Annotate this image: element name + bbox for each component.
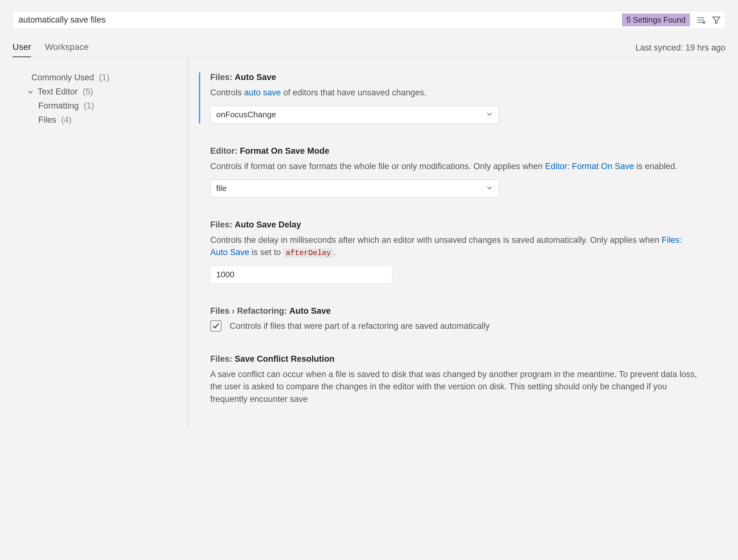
- desc-text: Controls if format on save formats the w…: [210, 161, 545, 171]
- tab-user[interactable]: User: [13, 42, 31, 57]
- setting-prefix: Editor:: [210, 146, 240, 156]
- setting-description: Controls the delay in milliseconds after…: [210, 234, 700, 259]
- select-value: file: [216, 183, 227, 193]
- settings-search-bar: 5 Settings Found: [13, 11, 725, 29]
- refactoring-auto-save-checkbox[interactable]: [210, 320, 222, 332]
- setting-save-conflict-resolution: Files: Save Conflict Resolution A save c…: [210, 354, 700, 405]
- setting-title: Files: Save Conflict Resolution: [210, 354, 700, 364]
- filter-icon[interactable]: [709, 13, 723, 27]
- setting-format-on-save-mode: Editor: Format On Save Mode Controls if …: [210, 146, 700, 197]
- format-on-save-mode-select[interactable]: file: [210, 179, 499, 197]
- desc-code: afterDelay: [283, 248, 334, 258]
- checkbox-label: Controls if files that were part of a re…: [230, 321, 489, 331]
- setting-name: Save Conflict Resolution: [235, 354, 335, 364]
- setting-prefix: Files:: [210, 72, 235, 82]
- setting-name: Format On Save Mode: [240, 146, 330, 156]
- setting-description: Controls if format on save formats the w…: [210, 160, 700, 172]
- sync-status[interactable]: Last synced: 19 hrs ago: [635, 43, 725, 57]
- desc-link[interactable]: Editor: Format On Save: [545, 161, 634, 171]
- setting-title: Files: Auto Save: [210, 72, 688, 82]
- setting-name: Auto Save: [289, 306, 331, 316]
- setting-refactoring-auto-save: Files › Refactoring: Auto Save Controls …: [210, 306, 700, 332]
- desc-text: A save conflict can occur when a file is…: [210, 370, 697, 404]
- setting-auto-save-delay: Files: Auto Save Delay Controls the dela…: [210, 220, 700, 284]
- setting-description: A save conflict can occur when a file is…: [210, 368, 700, 405]
- chevron-down-icon: [486, 110, 493, 119]
- sidebar-item-label: Text Editor: [38, 87, 78, 97]
- sidebar-item-commonly-used[interactable]: Commonly Used (1): [25, 71, 181, 85]
- settings-found-badge: 5 Settings Found: [622, 13, 690, 26]
- desc-text: .: [334, 247, 336, 257]
- sidebar-item-count: (5): [83, 87, 93, 97]
- setting-title: Files › Refactoring: Auto Save: [210, 306, 700, 316]
- tab-workspace[interactable]: Workspace: [45, 42, 89, 57]
- chevron-down-icon: [26, 88, 34, 96]
- setting-prefix: Files:: [210, 220, 235, 229]
- desc-text: is enabled.: [634, 161, 677, 171]
- settings-content: Files: Auto Save Controls auto save of e…: [188, 57, 725, 428]
- setting-files-auto-save: Files: Auto Save Controls auto save of e…: [199, 72, 688, 124]
- setting-name: Auto Save Delay: [235, 220, 301, 229]
- sidebar-item-count: (1): [84, 101, 94, 111]
- sidebar-item-label: Commonly Used: [31, 73, 94, 82]
- desc-link[interactable]: auto save: [244, 88, 281, 97]
- setting-title: Editor: Format On Save Mode: [210, 146, 700, 156]
- desc-text: of editors that have unsaved changes.: [281, 88, 426, 97]
- desc-text: Controls: [210, 88, 244, 97]
- desc-text: Controls the delay in milliseconds after…: [210, 235, 662, 245]
- setting-prefix: Files:: [210, 354, 235, 364]
- select-value: onFocusChange: [216, 110, 276, 119]
- sidebar-item-count: (4): [61, 115, 71, 125]
- setting-prefix: Files › Refactoring:: [210, 306, 289, 316]
- settings-scope-tabs: User Workspace Last synced: 19 hrs ago: [13, 42, 725, 57]
- sidebar-item-label: Formatting: [38, 101, 79, 111]
- sidebar-item-label: Files: [38, 115, 56, 125]
- chevron-down-icon: [486, 183, 493, 193]
- auto-save-select[interactable]: onFocusChange: [210, 106, 499, 124]
- setting-name: Auto Save: [235, 72, 276, 82]
- settings-sidebar: Commonly Used (1) Text Editor (5) Format…: [13, 57, 188, 428]
- clear-search-icon[interactable]: [694, 13, 708, 27]
- desc-text: is set to: [250, 247, 283, 257]
- setting-title: Files: Auto Save Delay: [210, 220, 700, 230]
- sidebar-item-count: (1): [99, 73, 109, 82]
- auto-save-delay-input[interactable]: [210, 266, 392, 284]
- sidebar-item-text-editor[interactable]: Text Editor (5): [25, 85, 181, 99]
- sidebar-item-formatting[interactable]: Formatting (1): [25, 99, 181, 113]
- setting-description: Controls auto save of editors that have …: [210, 87, 688, 99]
- sidebar-item-files[interactable]: Files (4): [25, 113, 181, 127]
- settings-search-input[interactable]: [13, 11, 622, 29]
